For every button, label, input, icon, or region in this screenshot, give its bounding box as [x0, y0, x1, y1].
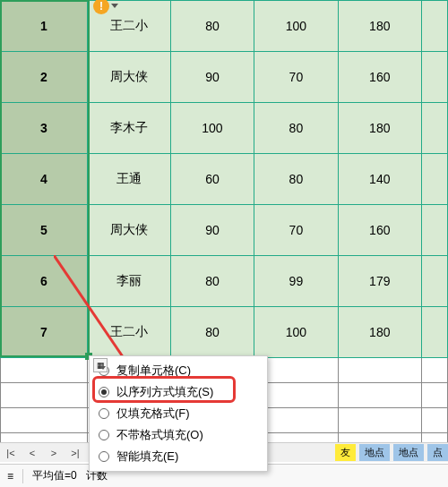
nav-first-icon[interactable]: |<	[2, 445, 20, 461]
value-cell[interactable]: 180	[338, 103, 421, 154]
value-cell[interactable]: 100	[170, 103, 254, 154]
value-cell[interactable]: 80	[254, 154, 338, 205]
menu-smart-fill[interactable]: 智能填充(E)	[90, 446, 267, 467]
sheet-tab[interactable]: 地点	[393, 444, 424, 461]
autofill-options-button[interactable]: ▦	[93, 358, 108, 372]
value-cell[interactable]: 90	[170, 52, 254, 103]
table-row[interactable]: 6李丽8099179	[1, 256, 448, 307]
name-cell[interactable]: 周大侠	[87, 52, 170, 103]
value-cell[interactable]: 80	[254, 103, 338, 154]
value-cell[interactable]: 80	[170, 307, 254, 358]
autofill-options-menu: 复制单元格(C) 以序列方式填充(S) 仅填充格式(F) 不带格式填充(O) 智…	[89, 355, 268, 472]
menu-label: 以序列方式填充(S)	[116, 384, 213, 400]
name-cell[interactable]: 李木子	[87, 103, 170, 154]
value-cell[interactable]: 160	[338, 52, 421, 103]
radio-icon	[99, 430, 109, 440]
table-row[interactable]: 2周大侠9070160	[1, 52, 448, 103]
menu-fill-no-format[interactable]: 不带格式填充(O)	[90, 424, 267, 446]
menu-copy-cells[interactable]: 复制单元格(C)	[90, 360, 267, 381]
row-index-cell[interactable]: 4	[1, 154, 88, 205]
value-cell[interactable]	[422, 52, 448, 103]
radio-icon	[99, 451, 109, 462]
row-index-cell[interactable]: 7	[1, 307, 88, 358]
radio-checked-icon	[99, 387, 109, 397]
value-cell[interactable]	[422, 256, 448, 307]
table-row[interactable]: 3李木子10080180	[1, 103, 448, 154]
value-cell[interactable]: 70	[254, 205, 338, 256]
nav-prev-icon[interactable]: <	[23, 445, 41, 461]
name-cell[interactable]: 李丽	[87, 256, 170, 307]
value-cell[interactable]: 70	[254, 52, 338, 103]
sheet-tab[interactable]: 点	[427, 444, 448, 461]
name-cell[interactable]: 王通	[87, 154, 170, 205]
row-index-cell[interactable]: 1	[1, 1, 88, 52]
value-cell[interactable]: 160	[338, 205, 421, 256]
radio-icon	[99, 408, 109, 419]
value-cell[interactable]: 140	[338, 154, 421, 205]
menu-label: 不带格式填充(O)	[116, 427, 203, 443]
value-cell[interactable]	[422, 154, 448, 205]
value-cell[interactable]: 80	[170, 256, 254, 307]
value-cell[interactable]: 100	[254, 1, 338, 52]
table-row[interactable]: 1王二小80100180	[1, 1, 448, 52]
name-cell[interactable]: 王二小	[87, 307, 170, 358]
value-cell[interactable]: 179	[338, 256, 421, 307]
menu-fill-formats[interactable]: 仅填充格式(F)	[90, 403, 267, 424]
value-cell[interactable]	[422, 307, 448, 358]
value-cell[interactable]: 90	[170, 205, 254, 256]
menu-label: 仅填充格式(F)	[116, 406, 190, 422]
row-index-cell[interactable]: 6	[1, 256, 88, 307]
sheet-tab[interactable]: 友	[335, 444, 356, 461]
table-row[interactable]: 4王通6080140	[1, 154, 448, 205]
row-index-cell[interactable]: 5	[1, 205, 88, 256]
value-cell[interactable]: 60	[170, 154, 254, 205]
value-cell[interactable]	[422, 103, 448, 154]
row-index-cell[interactable]: 2	[1, 52, 88, 103]
value-cell[interactable]: 100	[254, 307, 338, 358]
menu-label: 复制单元格(C)	[116, 363, 191, 379]
nav-last-icon[interactable]: >|	[66, 445, 84, 461]
menu-fill-series[interactable]: 以序列方式填充(S)	[90, 381, 267, 403]
warning-dropdown-icon[interactable]	[111, 0, 120, 9]
value-cell[interactable]: 180	[338, 307, 421, 358]
value-cell[interactable]	[422, 1, 448, 52]
name-cell[interactable]: 周大侠	[87, 205, 170, 256]
menu-label: 智能填充(E)	[116, 449, 178, 465]
nav-next-icon[interactable]: >	[45, 445, 63, 461]
value-cell[interactable]: 99	[254, 256, 338, 307]
sheet-tab[interactable]: 地点	[359, 444, 390, 461]
status-average: 平均值=0	[32, 468, 77, 483]
row-index-cell[interactable]: 3	[1, 103, 88, 154]
value-cell[interactable]	[422, 205, 448, 256]
table-row[interactable]: 7王二小80100180	[1, 307, 448, 358]
table-row[interactable]: 5周大侠9070160	[1, 205, 448, 256]
value-cell[interactable]: 180	[338, 1, 421, 52]
value-cell[interactable]: 80	[170, 1, 254, 52]
divider	[22, 469, 23, 483]
status-section-icon[interactable]: ≡	[7, 470, 13, 483]
